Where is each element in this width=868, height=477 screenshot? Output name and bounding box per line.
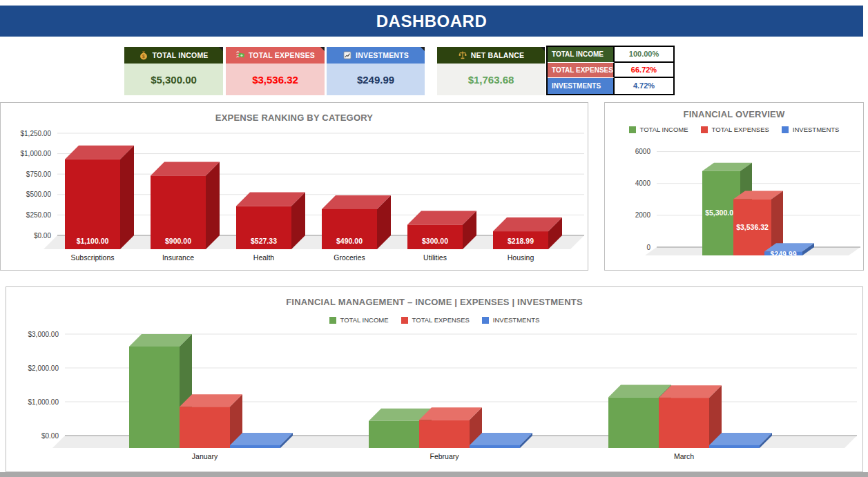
chart-title: FINANCIAL OVERVIEW [605,109,863,119]
legend-item: INVESTMENTS [482,316,540,324]
kpi-value: $5,300.00 [151,74,197,86]
svg-text:Insurance: Insurance [162,253,194,262]
legend-swatch-icon [701,126,708,133]
flying-money-icon [235,50,245,60]
svg-text:$527.33: $527.33 [251,237,277,245]
ratio-value-cell[interactable]: 66.72% [615,63,673,79]
financial-overview-panel: 0200040006000$5,300.00$3,536.32$249.99 F… [604,102,864,271]
kpi-card-total-expenses[interactable]: TOTAL EXPENSES $3,536.32 [226,47,325,95]
note-marker-icon [541,47,545,51]
chart-title: EXPENSE RANKING BY CATEGORY [1,113,588,123]
note-marker-icon [421,47,425,51]
svg-text:$: $ [143,54,146,59]
dashboard-title-bar: DASHBOARD [0,6,863,37]
table-row: TOTAL INCOME 100.00% [548,47,673,63]
table-row: INVESTMENTS 4.72% [548,78,673,94]
legend-swatch-icon [629,126,636,133]
svg-text:$490.00: $490.00 [336,237,363,245]
ratio-label-cell[interactable]: INVESTMENTS [548,78,615,94]
svg-text:$750.00: $750.00 [26,171,52,178]
kpi-label: TOTAL EXPENSES [249,51,315,59]
kpi-value: $249.99 [357,74,394,86]
svg-text:$0.00: $0.00 [41,432,59,440]
legend-item: TOTAL INCOME [329,316,389,324]
overview-legend: TOTAL INCOMETOTAL EXPENSESINVESTMENTS [605,126,863,133]
expense-ranking-panel: $0.00$250.00$500.00$750.00$1,000.00$1,25… [0,102,588,271]
svg-text:$5,300.00: $5,300.00 [705,208,737,217]
svg-text:$3,536.32: $3,536.32 [736,223,769,231]
svg-text:$0.00: $0.00 [34,232,51,240]
svg-text:February: February [430,452,459,460]
svg-text:Health: Health [253,253,275,262]
svg-text:March: March [674,452,694,460]
svg-text:January: January [192,452,218,460]
svg-text:$1,100.00: $1,100.00 [77,237,109,245]
svg-text:$249.99: $249.99 [771,250,797,258]
kpi-value: $3,536.32 [252,74,298,86]
svg-text:$900.00: $900.00 [165,237,191,245]
svg-text:Housing: Housing [508,253,534,262]
kpi-label: NET BALANCE [471,51,524,59]
note-marker-icon [320,47,325,51]
page-title: DASHBOARD [376,12,488,31]
svg-text:2000: 2000 [635,211,651,219]
svg-text:$1,250.00: $1,250.00 [21,130,52,137]
chart-up-icon [343,50,352,60]
ratio-table: TOTAL INCOME 100.00% TOTAL EXPENSES 66.7… [546,46,675,95]
kpi-card-investments[interactable]: INVESTMENTS $249.99 [327,47,425,95]
kpi-label: TOTAL INCOME [152,51,208,59]
kpi-card-total-income[interactable]: $ TOTAL INCOME $5,300.00 [124,47,223,95]
svg-text:$250.00: $250.00 [26,211,52,219]
monthly-legend: TOTAL INCOMETOTAL EXPENSESINVESTMENTS [6,316,862,324]
kpi-label: INVESTMENTS [356,51,409,59]
dashboard-page: DASHBOARD $ TOTAL INCOME $5,300.00 TOTAL… [0,0,868,477]
legend-swatch-icon [329,317,336,324]
kpi-header: INVESTMENTS [327,47,425,64]
svg-text:$500.00: $500.00 [26,191,52,198]
svg-text:$2,000.00: $2,000.00 [28,364,59,372]
svg-text:$1,000.00: $1,000.00 [21,150,52,157]
financial-management-chart[interactable]: $0.00$1,000.00$2,000.00$3,000.00JanuaryF… [6,287,862,471]
scales-icon [458,50,467,60]
svg-text:Subscriptions: Subscriptions [70,253,114,262]
svg-text:$1,000.00: $1,000.00 [28,398,59,406]
legend-item: INVESTMENTS [782,126,840,133]
ratio-label-cell[interactable]: TOTAL INCOME [548,47,615,63]
ratio-value-cell[interactable]: 4.72% [615,78,673,94]
legend-swatch-icon [401,317,408,324]
money-bag-icon: $ [139,50,148,60]
kpi-value: $1,763.68 [468,74,514,86]
footer-strip [0,472,868,477]
kpi-header: TOTAL EXPENSES [226,47,325,64]
legend-item: TOTAL INCOME [629,126,688,133]
svg-text:$300.00: $300.00 [422,237,448,245]
legend-swatch-icon [482,317,489,324]
ratio-value-cell[interactable]: 100.00% [615,47,673,63]
legend-item: TOTAL EXPENSES [401,316,470,324]
kpi-card-net-balance[interactable]: NET BALANCE $1,763.68 [437,47,545,95]
kpi-header: NET BALANCE [437,47,545,64]
expense-ranking-chart[interactable]: $0.00$250.00$500.00$750.00$1,000.00$1,25… [1,103,588,270]
svg-text:$3,000.00: $3,000.00 [28,331,59,338]
svg-text:4000: 4000 [635,179,651,187]
kpi-header: $ TOTAL INCOME [124,47,223,64]
legend-item: TOTAL EXPENSES [701,126,769,133]
ratio-label-cell[interactable]: TOTAL EXPENSES [548,63,615,79]
note-marker-icon [219,47,223,51]
chart-title: FINANCIAL MANAGEMENT – INCOME | EXPENSES… [6,297,862,307]
svg-text:$218.99: $218.99 [508,237,534,245]
legend-swatch-icon [782,126,789,133]
svg-text:6000: 6000 [635,148,651,155]
svg-text:Utilities: Utilities [423,253,447,262]
svg-text:Groceries: Groceries [334,253,365,262]
table-row: TOTAL EXPENSES 66.72% [548,63,673,79]
svg-text:0: 0 [646,244,650,251]
financial-management-panel: $0.00$1,000.00$2,000.00$3,000.00JanuaryF… [6,286,863,472]
